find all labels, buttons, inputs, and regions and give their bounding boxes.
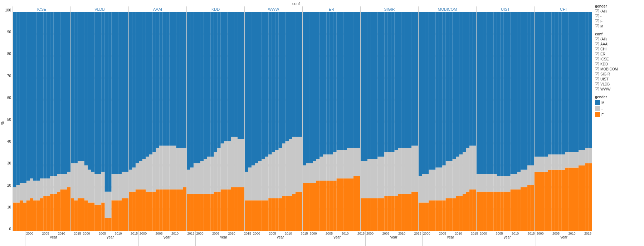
bar-m <box>490 12 493 174</box>
x-tick-2010: 2010 <box>398 232 405 235</box>
bar-m <box>589 12 592 148</box>
bar-f <box>391 196 394 231</box>
bar-dash <box>190 168 193 194</box>
x-tick-2000: 2000 <box>537 232 544 235</box>
facets-row: ICSEVLDBAAAIKDDWWWERSIGIRMOBICOMUISTCHI <box>13 6 592 231</box>
bar-f <box>149 192 152 231</box>
bar-f <box>252 200 255 231</box>
bar-f <box>463 194 466 231</box>
bar-m <box>514 12 517 174</box>
bar-f <box>30 198 33 231</box>
facet-title-uist: UIST <box>477 6 534 12</box>
facet-plot-er <box>303 12 360 231</box>
bar-f <box>565 168 568 231</box>
bar-m <box>54 12 57 176</box>
bar-f <box>585 163 589 231</box>
bar-dash <box>241 139 244 187</box>
bar-f <box>357 176 360 231</box>
bar-m <box>446 12 449 161</box>
bar-m <box>521 12 524 170</box>
bar-dash <box>67 172 70 187</box>
bar-dash <box>60 174 64 190</box>
bar-f <box>374 198 377 231</box>
legend-conf-sigir: ✓ SIGIR <box>595 72 641 76</box>
bar-m <box>122 12 125 172</box>
x-axis-mobicom: 2000200520102015year <box>422 231 479 246</box>
bar-f <box>579 165 582 231</box>
legend-conf-www: ✓ WWW <box>595 87 641 91</box>
bar-f <box>139 190 142 231</box>
x-axis-area: 2000200520102015year2000200520102015year… <box>25 231 592 246</box>
bar-dash <box>146 157 149 192</box>
bar-dash <box>16 185 19 202</box>
facet-plot-www <box>245 12 302 231</box>
bar-dash <box>449 161 452 198</box>
bar-m <box>129 12 132 170</box>
bar-dash <box>228 141 231 190</box>
bar-m <box>303 12 306 165</box>
bar-dash <box>371 159 374 198</box>
bar-f <box>64 190 67 231</box>
bar-dash <box>350 148 353 178</box>
bar-m <box>408 12 411 148</box>
bar-f <box>411 192 415 231</box>
bar-dash <box>152 152 156 192</box>
bar-dash <box>50 176 53 194</box>
bar-dash <box>429 170 432 201</box>
bar-f <box>398 194 401 231</box>
y-axis-label: % <box>0 121 5 125</box>
bar-dash <box>47 178 50 196</box>
bar-f <box>187 194 190 231</box>
bar-m <box>238 12 241 139</box>
facet-svg-er <box>303 12 360 231</box>
bar-dash <box>521 170 524 187</box>
checkbox-gender-f[interactable]: ✓ <box>595 19 599 23</box>
x-ticks-sigir: 2000200520102015 <box>366 232 422 235</box>
x-tick-2000: 2000 <box>253 232 260 235</box>
bar-m <box>289 12 292 139</box>
bar-f <box>200 194 204 231</box>
bar-dash <box>84 165 88 200</box>
x-label-aaai: year <box>164 235 170 239</box>
bar-dash <box>333 152 336 181</box>
bar-m <box>306 12 309 163</box>
bar-dash <box>531 165 534 185</box>
bar-m <box>228 12 231 141</box>
x-axis-icse: 2000200520102015year <box>25 231 82 246</box>
bar-dash <box>43 178 47 196</box>
bar-f <box>343 178 347 231</box>
bar-dash <box>94 174 98 205</box>
bar-f <box>377 198 381 231</box>
bar-m <box>357 12 360 148</box>
bar-f <box>575 168 579 231</box>
facet-plot-chi <box>535 12 592 231</box>
bar-dash <box>122 172 125 198</box>
checkbox-gender-all[interactable]: ✓ <box>595 9 599 13</box>
facet-plot-aaai <box>129 12 186 231</box>
legend-color-m: M <box>595 100 641 105</box>
bar-f <box>292 194 296 231</box>
bar-dash <box>575 152 579 168</box>
facet-plot-sigir <box>361 12 418 231</box>
bar-m <box>16 12 19 185</box>
bar-dash <box>456 157 459 196</box>
facet-svg-chi <box>535 12 592 231</box>
x-ticks-kdd: 2000200520102015 <box>196 232 252 235</box>
x-axis-chi: 2000200520102015year <box>536 231 592 246</box>
bar-m <box>282 12 285 143</box>
bar-m <box>194 12 197 163</box>
bar-dash <box>490 174 493 192</box>
checkbox-gender-m[interactable]: ✓ <box>595 24 599 28</box>
bar-m <box>432 12 435 170</box>
bar-dash <box>337 150 340 179</box>
bar-dash <box>555 154 558 170</box>
x-tick-2010: 2010 <box>228 232 235 235</box>
legend-gender-dash-label: - <box>600 14 601 18</box>
bar-m <box>361 12 364 161</box>
legend-conf-kdd: ✓ KDD <box>595 62 641 66</box>
bar-m <box>50 12 53 176</box>
checkbox-gender-dash[interactable]: ✓ <box>595 14 599 18</box>
bar-m <box>562 12 565 154</box>
x-axis-vldb: 2000200520102015year <box>82 231 139 246</box>
bar-f <box>105 218 108 231</box>
